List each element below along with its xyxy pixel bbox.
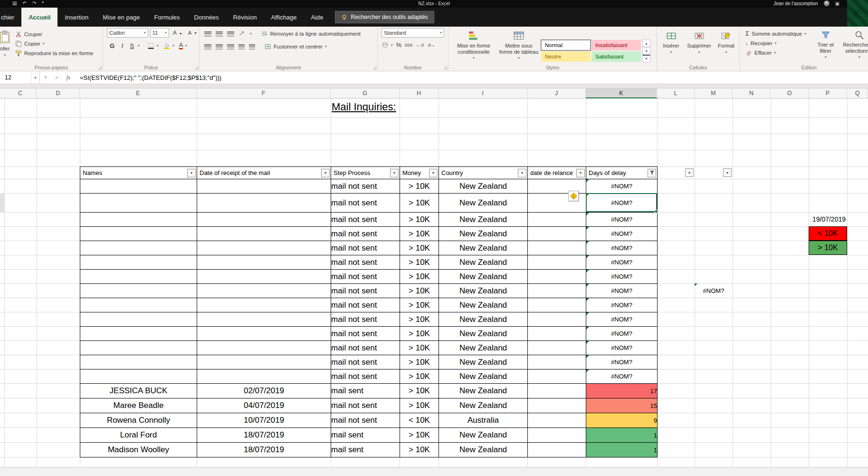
- clear-button[interactable]: Effacer▾: [744, 49, 808, 57]
- cell-delay[interactable]: 17: [586, 384, 658, 398]
- cell-money[interactable]: > 10K: [400, 428, 439, 443]
- align-top-icon[interactable]: [204, 31, 211, 37]
- cell-relance[interactable]: [528, 413, 586, 428]
- column-header-H[interactable]: H: [400, 88, 439, 98]
- fill-color-button[interactable]: ▾: [161, 41, 176, 50]
- cell-step[interactable]: mail sent: [331, 443, 400, 457]
- table-header-date-of-receipt[interactable]: Date of receipt of the mail▼: [197, 167, 331, 179]
- cell-country[interactable]: Australia: [439, 413, 528, 428]
- cell-step[interactable]: mail not sent: [331, 341, 400, 355]
- cell-money[interactable]: > 10K: [400, 369, 439, 384]
- cell-delay[interactable]: 1: [586, 443, 658, 457]
- filter-dropdown-icon[interactable]: ▼: [321, 169, 330, 177]
- cell-delay[interactable]: #NOM?: [586, 298, 658, 312]
- bold-button[interactable]: G: [107, 42, 117, 50]
- cell-delay[interactable]: #NOM?: [586, 213, 658, 227]
- redo-icon[interactable]: ↷: [32, 0, 36, 6]
- cell-relance[interactable]: [528, 443, 586, 457]
- cell-name[interactable]: [80, 194, 197, 213]
- qat-customize-icon[interactable]: ▾: [42, 0, 44, 6]
- cell-relance[interactable]: [528, 341, 586, 355]
- underline-button[interactable]: S: [127, 42, 137, 50]
- cell-date[interactable]: [197, 241, 331, 255]
- cell-money[interactable]: > 10K: [400, 241, 439, 255]
- cell-delay[interactable]: #NOM?: [586, 255, 658, 270]
- cell-date[interactable]: [197, 341, 331, 355]
- undo-icon[interactable]: ↶: [22, 0, 26, 6]
- cell-date[interactable]: [197, 312, 331, 327]
- column-header-L[interactable]: L: [657, 88, 695, 98]
- reference-date-cell[interactable]: 19/07/2019: [809, 212, 847, 226]
- save-icon[interactable]: ▤: [12, 0, 17, 6]
- cell-date[interactable]: 02/07/2019: [197, 384, 331, 398]
- cell-date[interactable]: [197, 213, 331, 227]
- cell-money[interactable]: > 10K: [400, 355, 439, 369]
- cancel-icon[interactable]: ×: [40, 71, 51, 84]
- cell-delay[interactable]: #NOM?: [586, 341, 658, 355]
- table-header-names[interactable]: Names▼: [80, 167, 197, 179]
- cell-step[interactable]: mail sent: [331, 428, 400, 443]
- tab-fichier[interactable]: chier: [0, 8, 21, 27]
- column-header-D[interactable]: D: [37, 88, 80, 98]
- merge-center-button[interactable]: Fusionner et centrer▾: [262, 42, 328, 51]
- cell-step[interactable]: mail not sent: [331, 270, 400, 284]
- cell-name[interactable]: [80, 227, 197, 241]
- cell-relance[interactable]: [528, 398, 586, 413]
- cell-country[interactable]: New Zealand: [439, 341, 528, 355]
- cell-money[interactable]: > 10K: [400, 270, 439, 284]
- filter-dropdown-icon[interactable]: ▼: [187, 169, 196, 177]
- insert-function-icon[interactable]: fx: [63, 71, 74, 84]
- accounting-format-button[interactable]: ▾: [382, 42, 393, 49]
- fill-button[interactable]: ↓Recopier▾: [744, 39, 808, 47]
- cell-delay[interactable]: 9: [586, 413, 658, 428]
- decrease-decimal-icon[interactable]: .0→: [427, 43, 435, 48]
- cell-relance[interactable]: [528, 227, 586, 241]
- fill-handle[interactable]: [655, 210, 658, 213]
- table-header-money[interactable]: Money▼: [400, 167, 439, 179]
- autosum-button[interactable]: ΣSomme automatique▾: [744, 29, 808, 38]
- filter-dropdown-M-icon[interactable]: ▼: [723, 168, 732, 177]
- cell-money[interactable]: > 10K: [400, 284, 439, 298]
- legend-high-cell[interactable]: > 10K: [809, 241, 847, 255]
- cell-style-normal[interactable]: Normal: [541, 40, 591, 50]
- cell-money[interactable]: > 10K: [400, 327, 439, 341]
- wrap-text-button[interactable]: Renvoyer à la ligne automatiquement: [259, 29, 363, 38]
- tab-aide[interactable]: Aide: [304, 8, 330, 27]
- cell-name[interactable]: [80, 341, 197, 355]
- cell-country[interactable]: New Zealand: [439, 179, 528, 194]
- cell-date[interactable]: [197, 179, 331, 194]
- align-center-icon[interactable]: [216, 44, 223, 49]
- column-header-J[interactable]: J: [527, 88, 586, 98]
- cell-step[interactable]: mail not sent: [331, 241, 400, 255]
- cell-step[interactable]: mail not sent: [331, 327, 400, 341]
- cell-money[interactable]: > 10K: [400, 384, 439, 398]
- table-header-date-de-relance[interactable]: date de relance▼: [528, 167, 586, 179]
- column-header-M[interactable]: M: [695, 88, 733, 98]
- column-header-Q[interactable]: Q: [847, 88, 868, 98]
- cell-money[interactable]: > 10K: [400, 398, 439, 413]
- cell-date[interactable]: [197, 270, 331, 284]
- cell-delay[interactable]: #NOM?: [586, 284, 658, 298]
- cell-money[interactable]: > 10K: [400, 443, 439, 457]
- cell-delay[interactable]: #NOM?: [586, 179, 658, 194]
- cell-relance[interactable]: [528, 428, 586, 443]
- cell-delay[interactable]: #NOM?: [586, 369, 658, 384]
- cell-date[interactable]: [197, 284, 331, 298]
- filter-dropdown-icon[interactable]: ▼: [429, 169, 438, 177]
- styles-scroll-down-icon[interactable]: ▼: [642, 47, 650, 55]
- cell-style-insatisfaisant[interactable]: Insatisfaisant: [591, 40, 641, 50]
- styles-scroll-up-icon[interactable]: ▲: [642, 39, 650, 47]
- table-header-step-process[interactable]: Step Process▼: [331, 167, 400, 179]
- tab-revision[interactable]: Révision: [226, 8, 264, 27]
- cell-style-neutre[interactable]: Neutre: [541, 51, 591, 62]
- ribbon-options-icon[interactable]: ▣: [835, 1, 839, 6]
- cell-delay[interactable]: #NOM?: [586, 270, 658, 284]
- cell-money[interactable]: > 10K: [400, 312, 439, 327]
- shrink-font-button[interactable]: A▼: [186, 29, 199, 37]
- tab-insertion[interactable]: Insertion: [57, 8, 95, 27]
- cell-delay[interactable]: #NOM?: [586, 241, 658, 255]
- cell-country[interactable]: New Zealand: [439, 194, 528, 213]
- cell-step[interactable]: mail not sent: [331, 312, 400, 327]
- cell-relance[interactable]: [528, 255, 586, 270]
- orientation-icon[interactable]: [238, 29, 246, 39]
